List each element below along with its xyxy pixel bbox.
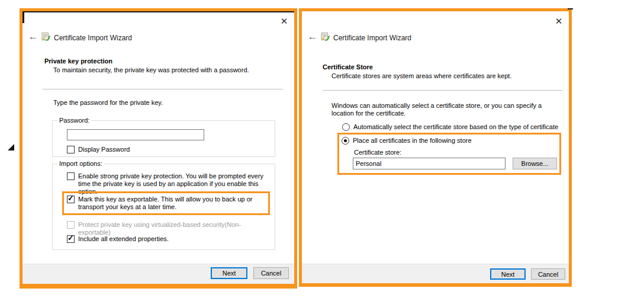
browse-button[interactable]: Browse... xyxy=(513,158,557,169)
password-groupbox: Password: Display Password xyxy=(52,120,275,157)
certificate-store-dialog: ✕ ← Certificate Import Wizard Certificat… xyxy=(299,8,572,287)
next-button[interactable]: Next xyxy=(211,267,247,279)
page-heading: Private key protection xyxy=(44,57,112,65)
import-options-group-label: Import options: xyxy=(57,160,104,167)
import-options-groupbox: Import options: Enable strong private ke… xyxy=(52,164,275,250)
exportable-checkbox[interactable]: ✓ xyxy=(67,196,75,203)
store-instruction: Windows can automatically select a certi… xyxy=(331,102,558,117)
annotation-highlight-box: ✓ Mark this key as exportable. This will… xyxy=(62,191,270,215)
option-vbs-protect: Protect private key using virtualized-ba… xyxy=(67,221,271,236)
strong-protection-checkbox[interactable] xyxy=(67,172,75,180)
display-password-checkbox[interactable] xyxy=(67,146,75,153)
dialog-title: Certificate Import Wizard xyxy=(54,34,132,42)
cancel-button[interactable]: Cancel xyxy=(253,267,289,279)
option-exportable[interactable]: ✓ Mark this key as exportable. This will… xyxy=(67,196,267,211)
window-edge-tick xyxy=(568,8,573,9)
place-store-label: Place all certificates in the following … xyxy=(353,137,472,145)
dialog-title: Certificate Import Wizard xyxy=(333,34,411,42)
button-bar: Next Cancel xyxy=(22,264,294,284)
annotation-highlight-box: Place all certificates in the following … xyxy=(337,133,561,175)
exportable-label: Mark this key as exportable. This will a… xyxy=(78,196,267,211)
annotation-cursor xyxy=(8,144,14,150)
cancel-button[interactable]: Cancel xyxy=(531,268,565,280)
back-arrow-icon[interactable]: ← xyxy=(27,31,39,43)
radio-place-store-row[interactable]: Place all certificates in the following … xyxy=(342,137,555,145)
vbs-protect-checkbox xyxy=(67,221,75,229)
private-key-protection-dialog: ✕ ← Certificate Import Wizard Private ke… xyxy=(20,8,297,289)
auto-select-radio[interactable] xyxy=(342,123,350,131)
page-subheading: Certificate stores are system areas wher… xyxy=(331,72,511,80)
next-button[interactable]: Next xyxy=(490,268,526,280)
divider xyxy=(43,89,283,89)
extended-properties-label: Include all extended properties. xyxy=(78,235,169,243)
display-password-row[interactable]: Display Password xyxy=(67,146,130,153)
check-icon: ✓ xyxy=(67,194,74,202)
password-instruction: Type the password for the private key. xyxy=(53,99,163,107)
close-icon[interactable]: ✕ xyxy=(279,16,289,27)
close-icon[interactable]: ✕ xyxy=(553,16,564,27)
place-store-radio[interactable] xyxy=(342,137,349,145)
certificate-wizard-icon xyxy=(320,32,330,41)
option-extended-properties[interactable]: ✓ Include all extended properties. xyxy=(67,235,271,243)
window-edge xyxy=(22,11,294,12)
auto-select-label: Automatically select the certificate sto… xyxy=(353,123,558,131)
divider xyxy=(323,90,562,91)
page-subheading: To maintain security, the private key wa… xyxy=(53,66,249,74)
radio-auto-select-row[interactable]: Automatically select the certificate sto… xyxy=(342,123,561,131)
vbs-protect-label: Protect private key using virtualized-ba… xyxy=(78,221,271,236)
button-bar: Next Cancel xyxy=(302,264,569,283)
check-icon: ✓ xyxy=(67,234,74,242)
display-password-label: Display Password xyxy=(78,146,130,153)
certificate-store-label: Certificate store: xyxy=(354,149,401,156)
page: ✕ ← Certificate Import Wizard Private ke… xyxy=(0,0,644,301)
password-input[interactable] xyxy=(67,129,204,140)
page-heading: Certificate Store xyxy=(323,63,373,71)
extended-properties-checkbox[interactable]: ✓ xyxy=(67,235,75,243)
password-group-label: Password: xyxy=(57,117,91,124)
back-arrow-icon[interactable]: ← xyxy=(307,31,318,43)
window-edge-notch xyxy=(22,11,24,23)
certificate-wizard-icon xyxy=(41,32,50,41)
certificate-store-input[interactable] xyxy=(353,158,505,169)
